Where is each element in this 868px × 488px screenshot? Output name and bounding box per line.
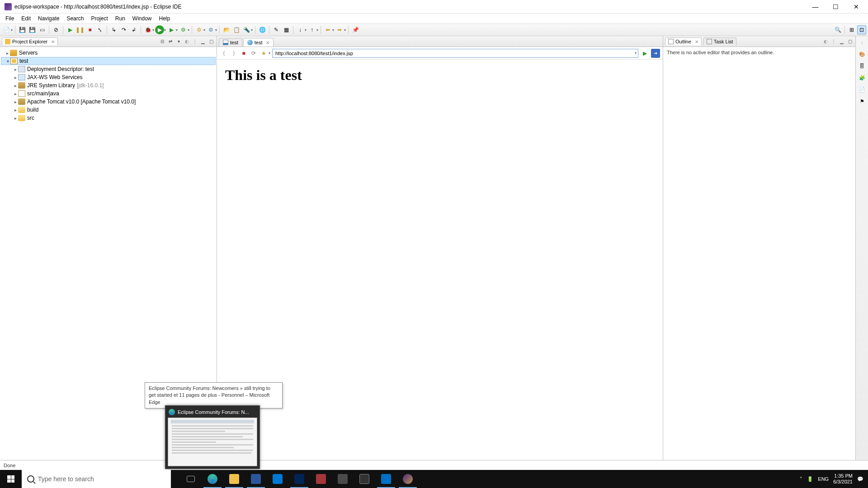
open-perspective-icon[interactable]: ⊞: [847, 25, 856, 34]
taskbar-file-explorer[interactable]: [223, 470, 245, 488]
tree-node-deployment-descriptor[interactable]: ▸ Deployment Descriptor: test: [1, 65, 216, 73]
tree-node-srcmain[interactable]: ▸ src/main/java: [1, 89, 216, 98]
tree-node-build[interactable]: ▸ build: [1, 106, 216, 114]
run-icon[interactable]: ▶: [155, 25, 164, 34]
focus-task-icon[interactable]: ◐: [183, 38, 190, 45]
trim-data-icon[interactable]: 🧩: [858, 73, 867, 82]
taskbar-calculator[interactable]: [332, 470, 354, 488]
open-task-icon[interactable]: 📋: [232, 25, 241, 34]
tray-clock[interactable]: 1:35 PM 6/3/2021: [833, 473, 853, 485]
suspend-icon[interactable]: ❚❚: [75, 25, 85, 34]
taskbar-eclipse[interactable]: [397, 470, 419, 488]
run-last-icon[interactable]: ⚙: [179, 25, 188, 34]
back-history-icon[interactable]: ⬅: [323, 25, 332, 34]
link-editor-icon[interactable]: ⇄: [167, 38, 174, 45]
step-into-icon[interactable]: ↳: [109, 25, 118, 34]
view-menu-icon[interactable]: ⋮: [830, 38, 837, 45]
tree-node-src[interactable]: ▸ src: [1, 114, 216, 122]
browser-go-icon[interactable]: ▶: [640, 49, 649, 58]
new-web-icon[interactable]: ⚙: [206, 25, 215, 34]
step-over-icon[interactable]: ↷: [119, 25, 128, 34]
tree-node-test[interactable]: ▾ test: [1, 57, 216, 65]
taskbar-edge[interactable]: [202, 470, 223, 488]
browser-refresh-icon[interactable]: ⟳: [250, 49, 258, 57]
menu-search[interactable]: Search: [63, 14, 87, 23]
terminate-icon[interactable]: ■: [85, 25, 94, 34]
skip-breakpoints-icon[interactable]: ⊘: [52, 25, 61, 34]
task-list-tab[interactable]: Task List: [703, 38, 736, 45]
next-annotation-icon[interactable]: ↓: [296, 25, 305, 34]
toggle-block-icon[interactable]: ▦: [282, 25, 291, 34]
editor-tab-test-jsp[interactable]: test: [219, 38, 242, 47]
taskbar-access[interactable]: [310, 470, 332, 488]
minimize-view-icon[interactable]: ▁: [199, 38, 207, 45]
outline-tab[interactable]: Outline ✕: [665, 38, 702, 45]
coverage-icon[interactable]: ▶: [167, 25, 176, 34]
close-view-icon[interactable]: ✕: [695, 39, 698, 44]
browser-stop-icon[interactable]: ■: [240, 49, 248, 57]
tray-language[interactable]: ENG: [818, 476, 829, 482]
java-ee-perspective-icon[interactable]: ⊡: [857, 25, 866, 34]
menu-project[interactable]: Project: [87, 14, 111, 23]
taskbar-word[interactable]: [245, 470, 267, 488]
browser-forward-icon[interactable]: ⟩: [230, 49, 238, 57]
close-tab-icon[interactable]: ✕: [266, 40, 269, 45]
trim-servers-icon[interactable]: 🗄: [858, 61, 867, 70]
taskbar-outlook[interactable]: [375, 470, 397, 488]
new-server-icon[interactable]: ⚙: [194, 25, 203, 34]
pin-editor-icon[interactable]: 📌: [351, 25, 360, 34]
fwd-history-icon[interactable]: ➡: [335, 25, 344, 34]
filter-icon[interactable]: ▾: [175, 38, 182, 45]
resume-icon[interactable]: ▶: [66, 25, 75, 34]
new-icon[interactable]: 📄: [2, 25, 11, 34]
menu-run[interactable]: Run: [112, 14, 129, 23]
tree-node-tomcat[interactable]: ▸ Apache Tomcat v10.0 [Apache Tomcat v10…: [1, 98, 216, 106]
tray-battery-icon[interactable]: 🔋: [807, 476, 813, 482]
disconnect-icon[interactable]: ⤣: [95, 25, 104, 34]
web-browser-icon[interactable]: 🌐: [258, 25, 267, 34]
tree-node-jre[interactable]: ▸ JRE System Library [jdk-16.0.1]: [1, 81, 216, 89]
close-view-icon[interactable]: ✕: [51, 39, 55, 44]
restore-icon[interactable]: ⋮: [858, 38, 867, 47]
taskbar-search[interactable]: Type here to search: [22, 470, 171, 488]
browser-back-icon[interactable]: ⟨: [220, 49, 228, 57]
start-button[interactable]: [0, 470, 22, 488]
step-return-icon[interactable]: ↲: [129, 25, 138, 34]
taskbar-yourphone[interactable]: [267, 470, 288, 488]
view-menu-icon[interactable]: ⋮: [191, 38, 198, 45]
toggle-mark-icon[interactable]: ✎: [272, 25, 281, 34]
quick-access-search-icon[interactable]: 🔍: [833, 25, 842, 34]
maximize-view-icon[interactable]: ▢: [846, 38, 854, 45]
url-input[interactable]: [272, 49, 638, 58]
open-type-icon[interactable]: 📂: [222, 25, 231, 34]
browser-favorites-icon[interactable]: ★: [259, 49, 268, 57]
editor-tab-browser[interactable]: test ✕: [243, 38, 274, 47]
menu-file[interactable]: File: [2, 14, 18, 23]
save-icon[interactable]: 💾: [18, 25, 27, 34]
terminal-icon[interactable]: ▭: [38, 25, 47, 34]
task-view-icon[interactable]: [180, 470, 202, 488]
trim-snippets-icon[interactable]: 📄: [858, 85, 867, 94]
menu-edit[interactable]: Edit: [18, 14, 34, 23]
minimize-button[interactable]: —: [805, 0, 826, 14]
taskbar-preview-thumbnail[interactable]: Eclipse Community Forums: N...: [165, 405, 260, 469]
menu-navigate[interactable]: Navigate: [34, 14, 63, 23]
project-explorer-tab[interactable]: Project Explorer ✕: [2, 38, 58, 45]
tray-chevron-up-icon[interactable]: ˄: [800, 476, 802, 482]
tree-node-servers[interactable]: ▸ Servers: [1, 49, 216, 57]
prev-annotation-icon[interactable]: ↑: [307, 25, 316, 34]
save-all-icon[interactable]: 💾: [28, 25, 37, 34]
taskbar-powershell[interactable]: [288, 470, 310, 488]
tray-notifications-icon[interactable]: 💬: [857, 476, 863, 482]
browser-viewport[interactable]: This is a test: [217, 60, 663, 460]
menu-help[interactable]: Help: [156, 14, 174, 23]
browser-external-icon[interactable]: ➜: [651, 49, 660, 58]
trim-palette-icon[interactable]: 🎨: [858, 50, 867, 59]
minimize-view-icon[interactable]: ▁: [838, 38, 845, 45]
trim-markers-icon[interactable]: ⚑: [858, 97, 867, 106]
search-tool-icon[interactable]: 🔦: [242, 25, 251, 34]
close-button[interactable]: ✕: [846, 0, 866, 14]
tree-node-jaxws[interactable]: ▸ JAX-WS Web Services: [1, 73, 216, 81]
taskbar-app[interactable]: [354, 470, 375, 488]
collapse-all-icon[interactable]: ⊟: [159, 38, 166, 45]
